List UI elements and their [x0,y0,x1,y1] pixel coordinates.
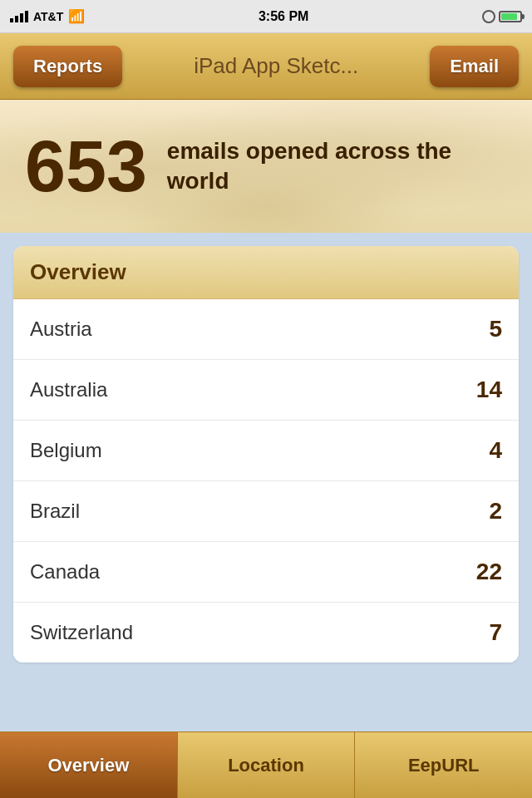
status-bar: AT&T 📶 3:56 PM [0,0,532,33]
row-value: 22 [476,559,502,585]
table-row[interactable]: Brazil 2 [13,481,519,542]
tab-bar: Overview Location EepURL [0,732,532,798]
table-row[interactable]: Canada 22 [13,542,519,603]
overview-header: Overview [13,246,519,299]
carrier-label: AT&T [33,10,63,23]
row-label: Austria [30,318,92,341]
nav-title: iPad App Sketc... [122,53,430,79]
email-button[interactable]: Email [430,46,519,87]
overview-header-text: Overview [30,259,126,284]
wifi-icon: 📶 [68,8,85,24]
overview-card: Overview Austria 5 Australia 14 Belgium … [13,246,519,663]
row-value: 14 [476,377,502,403]
tab-overview[interactable]: Overview [0,732,178,798]
tab-location[interactable]: Location [178,732,356,798]
table-row[interactable]: Australia 14 [13,360,519,421]
tab-eepurl[interactable]: EepURL [355,732,532,798]
tab-eepurl-label: EepURL [408,755,480,776]
row-label: Canada [30,560,100,584]
row-label: Brazil [30,500,80,523]
row-value: 2 [489,498,502,525]
battery-fill [501,13,517,20]
back-button[interactable]: Reports [13,46,122,87]
table-row[interactable]: Belgium 4 [13,421,519,481]
status-time: 3:56 PM [259,9,308,24]
row-label: Belgium [30,439,102,462]
hero-section: 653 emails opened across the world [0,100,532,233]
hero-description: emails opened across the world [167,136,507,197]
signal-bars-icon [10,11,28,22]
table-row[interactable]: Switzerland 7 [13,603,519,663]
nav-bar: Reports iPad App Sketc... Email [0,33,532,100]
clock-icon [482,10,495,23]
row-label: Australia [30,378,107,401]
hero-count: 653 [25,130,147,203]
row-value: 7 [489,619,502,646]
row-value: 4 [489,437,502,464]
status-right [482,10,522,23]
battery-icon [499,11,522,22]
status-left: AT&T 📶 [10,8,85,24]
tab-overview-label: Overview [47,755,129,776]
row-value: 5 [489,316,502,342]
row-label: Switzerland [30,621,133,644]
table-row[interactable]: Austria 5 [13,299,519,360]
tab-location-label: Location [228,755,304,776]
main-content: Overview Austria 5 Australia 14 Belgium … [0,233,532,732]
